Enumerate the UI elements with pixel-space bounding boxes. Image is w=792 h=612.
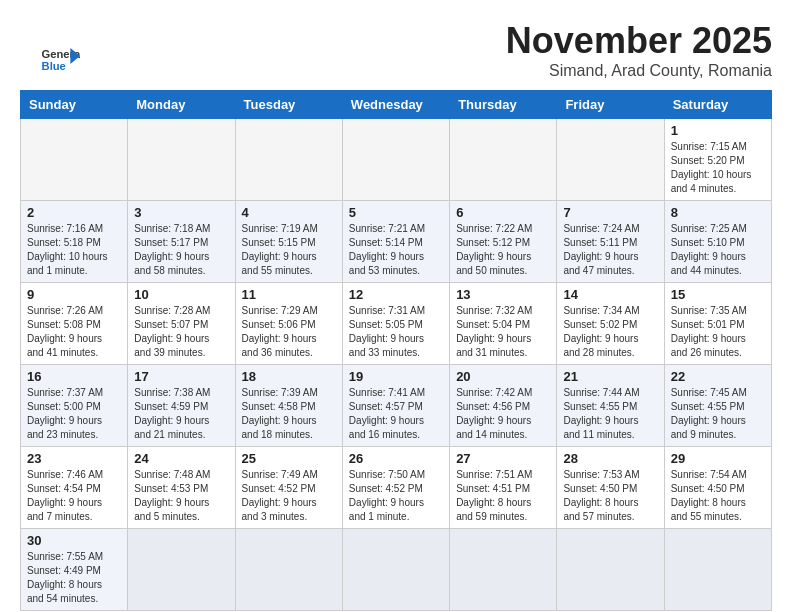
day-number: 1 bbox=[671, 123, 765, 138]
day-number: 4 bbox=[242, 205, 336, 220]
calendar-day-cell: 29Sunrise: 7:54 AM Sunset: 4:50 PM Dayli… bbox=[664, 447, 771, 529]
day-info: Sunrise: 7:37 AM Sunset: 5:00 PM Dayligh… bbox=[27, 386, 121, 442]
day-of-week-header: Wednesday bbox=[342, 91, 449, 119]
day-number: 30 bbox=[27, 533, 121, 548]
day-number: 27 bbox=[456, 451, 550, 466]
calendar-day-cell: 21Sunrise: 7:44 AM Sunset: 4:55 PM Dayli… bbox=[557, 365, 664, 447]
calendar-day-cell: 28Sunrise: 7:53 AM Sunset: 4:50 PM Dayli… bbox=[557, 447, 664, 529]
day-number: 13 bbox=[456, 287, 550, 302]
day-info: Sunrise: 7:53 AM Sunset: 4:50 PM Dayligh… bbox=[563, 468, 657, 524]
day-info: Sunrise: 7:21 AM Sunset: 5:14 PM Dayligh… bbox=[349, 222, 443, 278]
day-info: Sunrise: 7:51 AM Sunset: 4:51 PM Dayligh… bbox=[456, 468, 550, 524]
day-number: 15 bbox=[671, 287, 765, 302]
calendar-day-cell: 7Sunrise: 7:24 AM Sunset: 5:11 PM Daylig… bbox=[557, 201, 664, 283]
day-number: 10 bbox=[134, 287, 228, 302]
svg-text:Blue: Blue bbox=[42, 60, 66, 72]
day-number: 6 bbox=[456, 205, 550, 220]
day-info: Sunrise: 7:41 AM Sunset: 4:57 PM Dayligh… bbox=[349, 386, 443, 442]
day-info: Sunrise: 7:46 AM Sunset: 4:54 PM Dayligh… bbox=[27, 468, 121, 524]
day-info: Sunrise: 7:22 AM Sunset: 5:12 PM Dayligh… bbox=[456, 222, 550, 278]
calendar-day-cell: 4Sunrise: 7:19 AM Sunset: 5:15 PM Daylig… bbox=[235, 201, 342, 283]
calendar-day-cell bbox=[557, 119, 664, 201]
calendar-day-cell bbox=[342, 119, 449, 201]
calendar-table: SundayMondayTuesdayWednesdayThursdayFrid… bbox=[20, 90, 772, 611]
day-number: 28 bbox=[563, 451, 657, 466]
day-of-week-header: Saturday bbox=[664, 91, 771, 119]
day-info: Sunrise: 7:25 AM Sunset: 5:10 PM Dayligh… bbox=[671, 222, 765, 278]
calendar-day-cell: 14Sunrise: 7:34 AM Sunset: 5:02 PM Dayli… bbox=[557, 283, 664, 365]
calendar-day-cell: 24Sunrise: 7:48 AM Sunset: 4:53 PM Dayli… bbox=[128, 447, 235, 529]
calendar-day-cell bbox=[342, 529, 449, 611]
calendar-day-cell: 10Sunrise: 7:28 AM Sunset: 5:07 PM Dayli… bbox=[128, 283, 235, 365]
day-number: 9 bbox=[27, 287, 121, 302]
day-info: Sunrise: 7:28 AM Sunset: 5:07 PM Dayligh… bbox=[134, 304, 228, 360]
calendar-day-cell: 11Sunrise: 7:29 AM Sunset: 5:06 PM Dayli… bbox=[235, 283, 342, 365]
day-number: 2 bbox=[27, 205, 121, 220]
calendar-day-cell: 19Sunrise: 7:41 AM Sunset: 4:57 PM Dayli… bbox=[342, 365, 449, 447]
calendar-day-cell: 25Sunrise: 7:49 AM Sunset: 4:52 PM Dayli… bbox=[235, 447, 342, 529]
day-info: Sunrise: 7:16 AM Sunset: 5:18 PM Dayligh… bbox=[27, 222, 121, 278]
calendar-week-row: 16Sunrise: 7:37 AM Sunset: 5:00 PM Dayli… bbox=[21, 365, 772, 447]
day-number: 22 bbox=[671, 369, 765, 384]
calendar-day-cell: 1Sunrise: 7:15 AM Sunset: 5:20 PM Daylig… bbox=[664, 119, 771, 201]
calendar-day-cell bbox=[235, 529, 342, 611]
day-info: Sunrise: 7:38 AM Sunset: 4:59 PM Dayligh… bbox=[134, 386, 228, 442]
day-info: Sunrise: 7:48 AM Sunset: 4:53 PM Dayligh… bbox=[134, 468, 228, 524]
calendar-day-cell: 30Sunrise: 7:55 AM Sunset: 4:49 PM Dayli… bbox=[21, 529, 128, 611]
day-info: Sunrise: 7:49 AM Sunset: 4:52 PM Dayligh… bbox=[242, 468, 336, 524]
calendar-day-cell: 17Sunrise: 7:38 AM Sunset: 4:59 PM Dayli… bbox=[128, 365, 235, 447]
day-info: Sunrise: 7:44 AM Sunset: 4:55 PM Dayligh… bbox=[563, 386, 657, 442]
day-number: 25 bbox=[242, 451, 336, 466]
calendar-day-cell bbox=[664, 529, 771, 611]
calendar-week-row: 2Sunrise: 7:16 AM Sunset: 5:18 PM Daylig… bbox=[21, 201, 772, 283]
day-of-week-header: Sunday bbox=[21, 91, 128, 119]
day-number: 16 bbox=[27, 369, 121, 384]
calendar-header-row: SundayMondayTuesdayWednesdayThursdayFrid… bbox=[21, 91, 772, 119]
calendar-header: November 2025 Simand, Arad County, Roman… bbox=[20, 20, 772, 80]
logo: General Blue bbox=[40, 40, 80, 80]
day-of-week-header: Tuesday bbox=[235, 91, 342, 119]
day-info: Sunrise: 7:24 AM Sunset: 5:11 PM Dayligh… bbox=[563, 222, 657, 278]
calendar-day-cell: 3Sunrise: 7:18 AM Sunset: 5:17 PM Daylig… bbox=[128, 201, 235, 283]
calendar-week-row: 1Sunrise: 7:15 AM Sunset: 5:20 PM Daylig… bbox=[21, 119, 772, 201]
day-number: 14 bbox=[563, 287, 657, 302]
day-number: 21 bbox=[563, 369, 657, 384]
day-number: 8 bbox=[671, 205, 765, 220]
calendar-day-cell: 26Sunrise: 7:50 AM Sunset: 4:52 PM Dayli… bbox=[342, 447, 449, 529]
calendar-day-cell bbox=[128, 119, 235, 201]
day-number: 18 bbox=[242, 369, 336, 384]
day-of-week-header: Monday bbox=[128, 91, 235, 119]
calendar-day-cell: 6Sunrise: 7:22 AM Sunset: 5:12 PM Daylig… bbox=[450, 201, 557, 283]
calendar-day-cell bbox=[557, 529, 664, 611]
day-number: 3 bbox=[134, 205, 228, 220]
day-info: Sunrise: 7:29 AM Sunset: 5:06 PM Dayligh… bbox=[242, 304, 336, 360]
day-number: 20 bbox=[456, 369, 550, 384]
day-number: 5 bbox=[349, 205, 443, 220]
day-number: 29 bbox=[671, 451, 765, 466]
calendar-day-cell: 2Sunrise: 7:16 AM Sunset: 5:18 PM Daylig… bbox=[21, 201, 128, 283]
calendar-day-cell: 15Sunrise: 7:35 AM Sunset: 5:01 PM Dayli… bbox=[664, 283, 771, 365]
day-info: Sunrise: 7:54 AM Sunset: 4:50 PM Dayligh… bbox=[671, 468, 765, 524]
day-info: Sunrise: 7:34 AM Sunset: 5:02 PM Dayligh… bbox=[563, 304, 657, 360]
calendar-week-row: 23Sunrise: 7:46 AM Sunset: 4:54 PM Dayli… bbox=[21, 447, 772, 529]
day-info: Sunrise: 7:18 AM Sunset: 5:17 PM Dayligh… bbox=[134, 222, 228, 278]
day-info: Sunrise: 7:19 AM Sunset: 5:15 PM Dayligh… bbox=[242, 222, 336, 278]
location-subtitle: Simand, Arad County, Romania bbox=[20, 62, 772, 80]
day-number: 19 bbox=[349, 369, 443, 384]
calendar-day-cell: 12Sunrise: 7:31 AM Sunset: 5:05 PM Dayli… bbox=[342, 283, 449, 365]
month-year-title: November 2025 bbox=[20, 20, 772, 62]
calendar-day-cell bbox=[235, 119, 342, 201]
calendar-day-cell: 23Sunrise: 7:46 AM Sunset: 4:54 PM Dayli… bbox=[21, 447, 128, 529]
day-info: Sunrise: 7:35 AM Sunset: 5:01 PM Dayligh… bbox=[671, 304, 765, 360]
calendar-day-cell: 18Sunrise: 7:39 AM Sunset: 4:58 PM Dayli… bbox=[235, 365, 342, 447]
day-info: Sunrise: 7:39 AM Sunset: 4:58 PM Dayligh… bbox=[242, 386, 336, 442]
calendar-day-cell bbox=[21, 119, 128, 201]
calendar-day-cell: 20Sunrise: 7:42 AM Sunset: 4:56 PM Dayli… bbox=[450, 365, 557, 447]
day-info: Sunrise: 7:31 AM Sunset: 5:05 PM Dayligh… bbox=[349, 304, 443, 360]
calendar-day-cell: 22Sunrise: 7:45 AM Sunset: 4:55 PM Dayli… bbox=[664, 365, 771, 447]
calendar-day-cell: 5Sunrise: 7:21 AM Sunset: 5:14 PM Daylig… bbox=[342, 201, 449, 283]
day-number: 12 bbox=[349, 287, 443, 302]
day-number: 23 bbox=[27, 451, 121, 466]
day-info: Sunrise: 7:50 AM Sunset: 4:52 PM Dayligh… bbox=[349, 468, 443, 524]
calendar-day-cell bbox=[450, 529, 557, 611]
